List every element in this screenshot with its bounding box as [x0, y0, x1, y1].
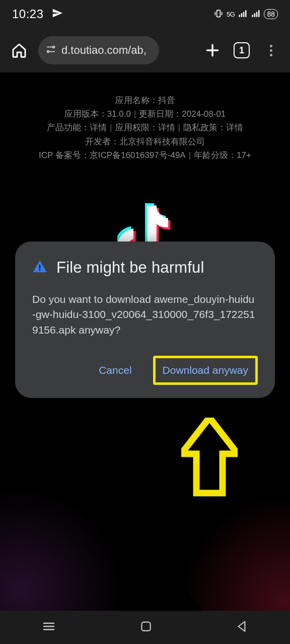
browser-toolbar: d.toutiao.com/ab, 1 [0, 28, 290, 72]
site-settings-icon [45, 44, 56, 57]
network-5g-label: 5G [227, 11, 235, 18]
meta-features: 产品功能：详情 [47, 123, 107, 132]
status-left: 10:23 [12, 7, 63, 21]
more-vert-icon [270, 45, 272, 56]
dialog-body: Do you want to download aweme_douyin-hui… [32, 292, 258, 338]
dialog-body-suffix: anyway? [76, 324, 120, 336]
address-bar[interactable]: d.toutiao.com/ab, [38, 36, 159, 64]
svg-point-2 [47, 51, 49, 53]
download-warning-dialog: File might be harmful Do you want to dow… [15, 242, 275, 398]
meta-age-rating: 年龄分级：17+ [194, 150, 251, 160]
tab-switcher-button[interactable]: 1 [232, 40, 252, 60]
svg-rect-0 [217, 10, 221, 17]
svg-rect-5 [141, 622, 150, 630]
download-anyway-highlight: Download anyway [153, 356, 258, 385]
status-right: 5G 88 [213, 9, 278, 20]
svg-rect-4 [39, 270, 41, 271]
status-bar: 10:23 5G 88 [0, 0, 290, 28]
telegram-icon [52, 8, 63, 21]
meta-permissions: 应用权限：详情 [115, 123, 175, 132]
recents-button[interactable] [41, 619, 56, 636]
svg-rect-3 [39, 265, 41, 269]
download-anyway-button[interactable]: Download anyway [156, 358, 255, 382]
vibrate-icon [213, 9, 224, 20]
cancel-button[interactable]: Cancel [92, 358, 138, 382]
meta-privacy: 隐私政策：详情 [183, 123, 243, 132]
system-nav-bar [0, 611, 290, 644]
meta-icp: ICP 备案号：京ICP备16016397号-49A [39, 150, 186, 160]
dialog-title: File might be harmful [56, 259, 204, 277]
back-button[interactable] [236, 620, 249, 635]
clock: 10:23 [12, 7, 44, 21]
tab-count: 1 [234, 42, 250, 58]
new-tab-button[interactable] [202, 40, 223, 60]
app-metadata: 应用名称：抖音 应用版本：31.0.0|更新日期：2024-08-01 产品功能… [0, 72, 290, 162]
dialog-body-prefix: Do you want to download [32, 293, 154, 305]
meta-update-date: 更新日期：2024-08-01 [139, 109, 226, 119]
dialog-actions: Cancel Download anyway [32, 356, 258, 385]
overflow-menu-button[interactable] [261, 40, 281, 60]
signal-icon-2 [251, 9, 261, 20]
signal-icon [238, 9, 248, 20]
svg-point-1 [53, 46, 55, 48]
home-button-nav[interactable] [139, 620, 153, 635]
meta-app-name: 应用名称：抖音 [115, 96, 175, 105]
meta-version: 应用版本：31.0.0 [64, 109, 131, 119]
url-text: d.toutiao.com/ab, [61, 44, 147, 57]
home-button[interactable] [9, 40, 29, 60]
annotation-arrow-icon [181, 418, 238, 503]
meta-developer: 开发者：北京抖音科技有限公司 [85, 137, 205, 146]
battery-indicator: 88 [264, 9, 278, 19]
warning-icon [32, 259, 47, 276]
